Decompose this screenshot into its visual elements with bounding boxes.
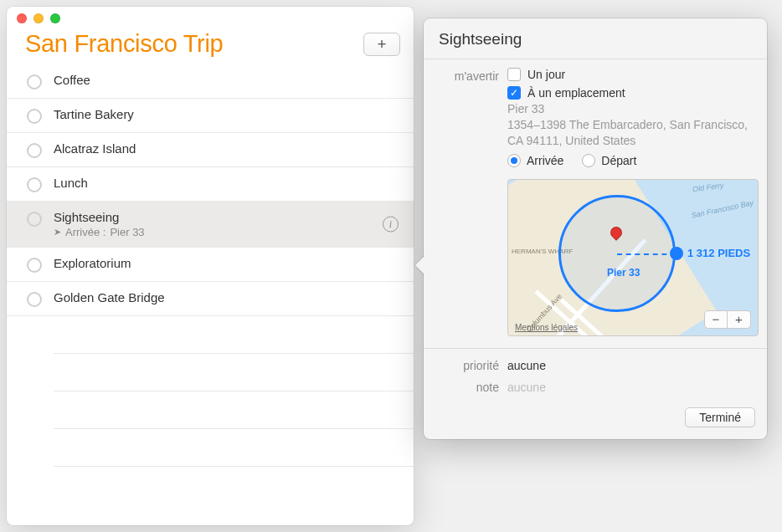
remind-label: m'avertir [439, 68, 499, 176]
done-button[interactable]: Terminé [685, 407, 755, 427]
reminder-detail-popover: Sightseeing m'avertir Un jour ✓ À un emp… [424, 18, 767, 439]
location-option-label: À un emplacement [527, 86, 625, 100]
reminder-label: Exploratorium [54, 256, 400, 270]
complete-radio[interactable] [27, 143, 42, 158]
address-line1: Pier 33 [507, 101, 759, 117]
minimize-window-button[interactable] [33, 13, 44, 23]
arrival-radio-circle[interactable] [507, 154, 521, 167]
radius-distance: 1 312 PIEDS [687, 247, 750, 259]
reminder-label: Coffee [54, 73, 400, 87]
location-arrow-icon: ➤ [54, 227, 61, 238]
remind-day-option[interactable]: Un jour [507, 68, 759, 81]
complete-radio[interactable] [27, 292, 42, 307]
zoom-out-button[interactable]: − [704, 310, 728, 329]
reminder-item[interactable]: Lunch [7, 167, 414, 202]
radius-handle[interactable] [670, 247, 683, 260]
reminder-label: Lunch [54, 176, 400, 190]
remind-location-option[interactable]: ✓ À un emplacement [507, 86, 759, 100]
reminder-item[interactable]: Alcatraz Island [7, 133, 414, 167]
detail-title: Sightseeing [424, 30, 767, 59]
titlebar [7, 7, 414, 30]
reminder-label: Alcatraz Island [54, 141, 400, 156]
complete-radio[interactable] [27, 212, 42, 227]
reminder-label: Sightseeing [54, 210, 400, 224]
day-option-label: Un jour [527, 68, 565, 81]
departure-radio-circle[interactable] [582, 154, 595, 167]
subtitle-location: Pier 33 [110, 226, 144, 238]
note-label: note [439, 381, 499, 394]
reminder-label: Tartine Bakery [54, 107, 400, 121]
zoom-in-button[interactable]: + [728, 310, 751, 329]
radius-line [617, 253, 676, 255]
map-zoom-controls: − + [704, 310, 751, 329]
maximize-window-button[interactable] [50, 13, 60, 23]
complete-radio[interactable] [27, 177, 42, 192]
reminder-item[interactable]: Coffee [7, 64, 414, 99]
empty-rows [7, 316, 414, 467]
priority-value[interactable]: aucune [507, 359, 752, 372]
close-window-button[interactable] [17, 13, 27, 23]
location-checkbox[interactable]: ✓ [507, 86, 521, 100]
reminder-item[interactable]: Tartine Bakery [7, 99, 414, 133]
complete-radio[interactable] [27, 258, 42, 273]
reminder-item-selected[interactable]: Sightseeing ➤ Arrivée : Pier 33 i [7, 202, 414, 248]
list-title: San Francisco Trip [25, 30, 223, 58]
priority-label: priorité [439, 359, 499, 372]
arrival-label: Arrivée [527, 154, 563, 167]
map-pin-label: Pier 33 [607, 267, 640, 279]
address-line2: 1354–1398 The Embarcadero, San Francisco… [507, 117, 759, 149]
reminder-label: Golden Gate Bridge [54, 290, 400, 304]
location-address: Pier 33 1354–1398 The Embarcadero, San F… [507, 101, 759, 149]
day-checkbox[interactable] [507, 68, 521, 81]
info-button[interactable]: i [383, 217, 399, 233]
departure-radio[interactable]: Départ [582, 154, 636, 167]
add-reminder-button[interactable]: + [363, 33, 400, 56]
reminder-item[interactable]: Golden Gate Bridge [7, 282, 414, 316]
reminder-list: Coffee Tartine Bakery Alcatraz Island Lu… [7, 64, 414, 467]
location-map[interactable]: Old Ferry San Francisco Bay HERMAN'S WHA… [507, 179, 759, 336]
note-field[interactable]: aucune [507, 381, 752, 394]
reminder-subtitle: ➤ Arrivée : Pier 33 [54, 226, 400, 238]
subtitle-prefix: Arrivée : [65, 226, 105, 238]
reminder-item[interactable]: Exploratorium [7, 248, 414, 282]
complete-radio[interactable] [27, 74, 42, 90]
reminders-window: San Francisco Trip + Coffee Tartine Bake… [7, 7, 414, 525]
map-legal-link[interactable]: Mentions légales [515, 323, 578, 332]
arrival-radio[interactable]: Arrivée [507, 154, 563, 167]
complete-radio[interactable] [27, 109, 42, 124]
departure-label: Départ [601, 154, 636, 167]
